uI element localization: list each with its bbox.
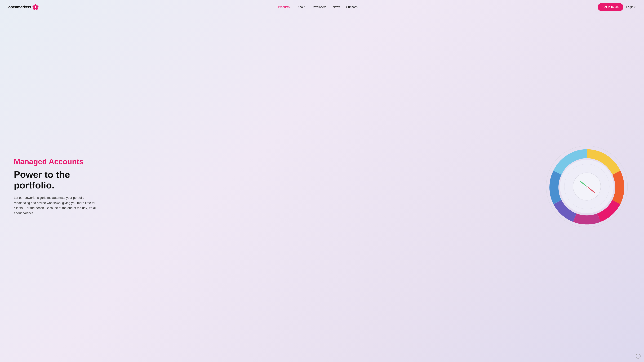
scroll-indicator[interactable]: ▾ <box>636 354 640 359</box>
circle-chart <box>544 143 630 230</box>
nav-item-news[interactable]: News <box>333 5 340 9</box>
nav-link-news[interactable]: News <box>333 5 340 9</box>
hero-description: Let our powerful algorithms automate you… <box>14 195 97 216</box>
nav-link-products[interactable]: Products ▾ <box>278 5 291 9</box>
get-in-touch-button[interactable]: Get in touch <box>598 3 624 11</box>
brand-name: openmarkets <box>8 5 31 9</box>
chevron-down-icon: ▾ <box>357 6 358 8</box>
hero-section: Managed Accounts Power to the portfolio.… <box>0 14 644 362</box>
nav-item-about[interactable]: About <box>298 5 305 9</box>
hero-subtitle: Managed Accounts <box>14 157 104 166</box>
hero-visual <box>544 143 630 230</box>
nav-link-support[interactable]: Support ▾ <box>346 5 358 9</box>
logo-flower-icon <box>32 4 38 10</box>
chevron-down-icon: ▾ <box>634 5 636 9</box>
hero-text-block: Managed Accounts Power to the portfolio.… <box>14 157 104 216</box>
login-button[interactable]: Login ▾ <box>626 5 636 9</box>
nav-link-about[interactable]: About <box>298 5 305 9</box>
nav-right: Get in touch Login ▾ <box>598 3 636 11</box>
navbar: openmarkets Products ▾ About Developers <box>0 0 644 14</box>
hero-title: Power to the portfolio. <box>14 169 104 190</box>
nav-links: Products ▾ About Developers News Support… <box>278 5 358 9</box>
logo[interactable]: openmarkets <box>8 4 38 10</box>
chevron-down-icon: ▾ <box>290 6 292 8</box>
nav-link-developers[interactable]: Developers <box>312 5 326 9</box>
nav-item-support[interactable]: Support ▾ <box>346 5 358 9</box>
nav-item-products[interactable]: Products ▾ <box>278 5 291 9</box>
svg-point-13 <box>586 185 588 188</box>
outer-ring-svg <box>544 143 630 230</box>
nav-item-developers[interactable]: Developers <box>312 5 326 9</box>
svg-point-5 <box>35 6 36 8</box>
